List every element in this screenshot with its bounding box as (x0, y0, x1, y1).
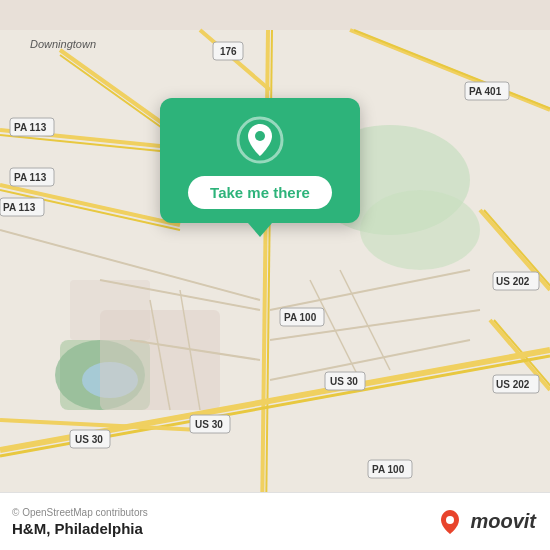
bottom-left-info: © OpenStreetMap contributors H&M, Philad… (12, 507, 148, 537)
svg-text:US 202: US 202 (496, 379, 530, 390)
svg-text:PA 100: PA 100 (284, 312, 317, 323)
moovit-pin-icon (436, 508, 464, 536)
location-name: H&M, Philadelphia (12, 520, 148, 537)
svg-point-3 (360, 190, 480, 270)
svg-text:PA 113: PA 113 (14, 172, 47, 183)
svg-text:US 30: US 30 (330, 376, 358, 387)
svg-text:Downingtown: Downingtown (30, 38, 96, 50)
moovit-logo-text: moovit (470, 510, 536, 533)
svg-text:176: 176 (220, 46, 237, 57)
svg-point-64 (446, 516, 454, 524)
bottom-bar: © OpenStreetMap contributors H&M, Philad… (0, 492, 550, 550)
take-me-there-button[interactable]: Take me there (188, 176, 332, 209)
svg-point-63 (255, 131, 265, 141)
svg-text:US 30: US 30 (195, 419, 223, 430)
map-container: Downingtown PA 113 PA 113 PA 113 PA 401 … (0, 0, 550, 550)
popup-card: Take me there (160, 98, 360, 223)
svg-text:PA 113: PA 113 (14, 122, 47, 133)
location-pin-icon (236, 116, 284, 164)
moovit-logo: moovit (436, 508, 536, 536)
svg-text:PA 100: PA 100 (372, 464, 405, 475)
svg-text:US 30: US 30 (75, 434, 103, 445)
attribution-text: © OpenStreetMap contributors (12, 507, 148, 518)
svg-text:US 202: US 202 (496, 276, 530, 287)
svg-text:PA 401: PA 401 (469, 86, 502, 97)
svg-rect-8 (70, 280, 150, 340)
svg-text:PA 113: PA 113 (3, 202, 36, 213)
